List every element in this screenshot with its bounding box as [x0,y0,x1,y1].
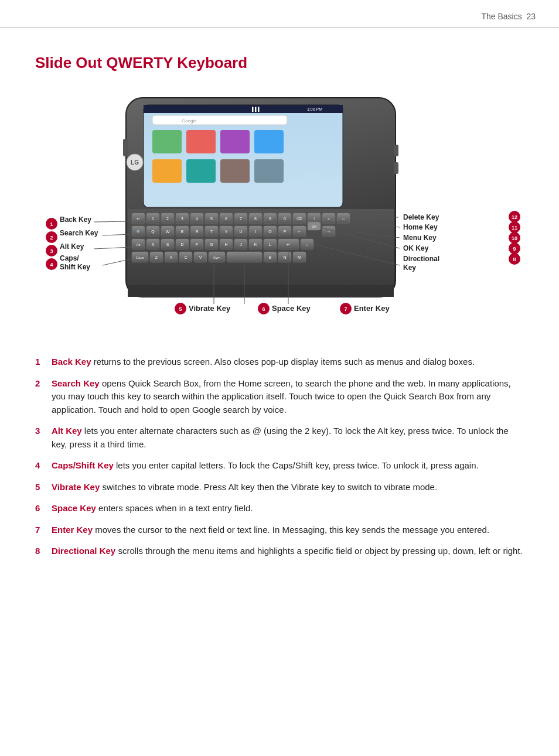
header-text: The Basics [481,11,521,23]
svg-text:OK Key: OK Key [403,244,429,252]
svg-text:Sym: Sym [213,256,220,259]
svg-text:K: K [254,242,257,247]
svg-text:1: 1 [152,217,154,221]
desc-text-7: Enter Key moves the cursor to the next f… [52,524,489,537]
svg-rect-11 [186,130,216,153]
svg-rect-13 [254,130,284,153]
desc-num-3: 3 [35,425,52,451]
desc-key-3: Alt Key [52,426,82,436]
desc-num-5: 5 [35,481,52,494]
svg-text:2: 2 [166,217,169,221]
svg-text:H: H [224,242,227,247]
svg-text:C: C [184,255,187,259]
svg-text:M: M [298,255,301,259]
svg-rect-1 [123,139,128,156]
svg-text:Home Key: Home Key [403,223,438,231]
desc-item-4: 4 Caps/Shift Key lets you enter capital … [35,459,524,473]
svg-text:J: J [240,242,242,247]
svg-text:X: X [170,255,173,259]
desc-item-3: 3 Alt Key lets you enter alternate chara… [35,425,524,451]
desc-text-8: Directional Key scrolls through the menu… [52,545,523,558]
descriptions-list: 1 Back Key returns to the previous scree… [35,355,524,558]
svg-text:1:00 PM: 1:00 PM [307,107,322,111]
svg-text:3: 3 [50,248,53,254]
svg-text:Vibrate Key: Vibrate Key [189,304,231,313]
svg-text:Key: Key [403,264,416,272]
svg-text:6: 6 [225,217,227,221]
svg-rect-21 [128,285,394,297]
svg-rect-16 [220,159,250,183]
svg-text:0: 0 [284,217,286,221]
desc-num-1: 1 [35,355,52,369]
svg-rect-116 [227,252,262,262]
desc-key-4: Caps/Shift Key [52,460,114,470]
svg-text:🔍: 🔍 [137,230,141,234]
svg-text:2: 2 [50,235,53,241]
svg-text:↓: ↓ [306,242,308,247]
svg-text:12: 12 [512,214,517,220]
page-header: The Basics 23 [0,0,559,28]
desc-key-2: Search Key [52,378,100,388]
svg-text:Search Key: Search Key [60,229,98,237]
svg-text:Alt Key: Alt Key [60,242,84,251]
svg-text:4: 4 [50,262,53,268]
svg-text:≡: ≡ [328,217,330,221]
svg-text:Space Key: Space Key [272,304,311,313]
svg-text:10: 10 [512,235,517,241]
desc-text-1: Back Key returns to the previous screen.… [52,355,475,369]
desc-item-6: 6 Space Key enters spaces when in a text… [35,502,524,515]
svg-text:9: 9 [269,217,271,221]
desc-text-2: Search Key opens Quick Search Box, from … [52,377,524,417]
desc-num-8: 8 [35,545,52,558]
desc-num-6: 6 [35,502,52,515]
desc-body-5: switches to vibrate mode. Press Alt key … [100,482,437,492]
desc-item-5: 5 Vibrate Key switches to vibrate mode. … [35,481,524,494]
svg-text:E: E [181,230,184,234]
desc-body-2: opens Quick Search Box, from the Home sc… [52,378,511,415]
svg-text:↵: ↵ [287,242,290,247]
svg-text:↑: ↑ [313,216,315,221]
svg-text:Caps: Caps [136,256,144,259]
desc-key-7: Enter Key [52,525,93,535]
svg-rect-17 [254,159,284,183]
svg-text:Directional: Directional [403,255,439,263]
svg-text:Q: Q [151,230,155,234]
svg-text:6: 6 [262,306,265,312]
desc-key-5: Vibrate Key [52,482,100,492]
svg-rect-14 [152,159,182,183]
desc-text-5: Vibrate Key switches to vibrate mode. Pr… [52,481,437,494]
svg-text:Y: Y [225,230,228,234]
svg-text:Z: Z [155,255,158,259]
svg-text:T: T [210,230,213,234]
svg-text:Google: Google [182,118,197,124]
keyboard-diagram: 1:00 PM ▌▌▌ Google LG ↩ [35,92,539,338]
desc-num-7: 7 [35,524,52,537]
svg-text:O: O [268,230,272,234]
desc-text-6: Space Key enters spaces when in a text e… [52,502,253,515]
svg-rect-2 [394,145,398,156]
svg-text:⌫: ⌫ [296,217,302,221]
svg-text:5: 5 [210,217,213,221]
svg-rect-15 [186,159,216,183]
svg-text:P: P [284,230,287,234]
svg-rect-8 [152,115,287,125]
svg-text:8: 8 [513,256,516,262]
svg-text:B: B [269,255,272,259]
desc-body-6: enters spaces when in a text entry field… [96,503,253,513]
desc-body-8: scrolls through the menu items and highl… [115,546,523,556]
svg-text:4: 4 [196,217,198,221]
svg-rect-3 [394,162,398,174]
desc-num-2: 2 [35,377,52,417]
desc-body-4: lets you enter capital letters. To lock … [114,460,479,470]
svg-text:←: ← [298,230,302,234]
svg-text:I: I [255,230,256,234]
svg-text:Enter Key: Enter Key [354,304,390,313]
desc-item-7: 7 Enter Key moves the cursor to the next… [35,524,524,537]
svg-text:7: 7 [344,306,347,312]
svg-text:Menu Key: Menu Key [403,234,437,242]
svg-text:F: F [196,242,198,247]
svg-text:Alt: Alt [136,243,140,247]
desc-text-3: Alt Key lets you enter alternate charact… [52,425,524,451]
svg-text:↩: ↩ [137,217,140,221]
svg-text:11: 11 [512,225,517,231]
